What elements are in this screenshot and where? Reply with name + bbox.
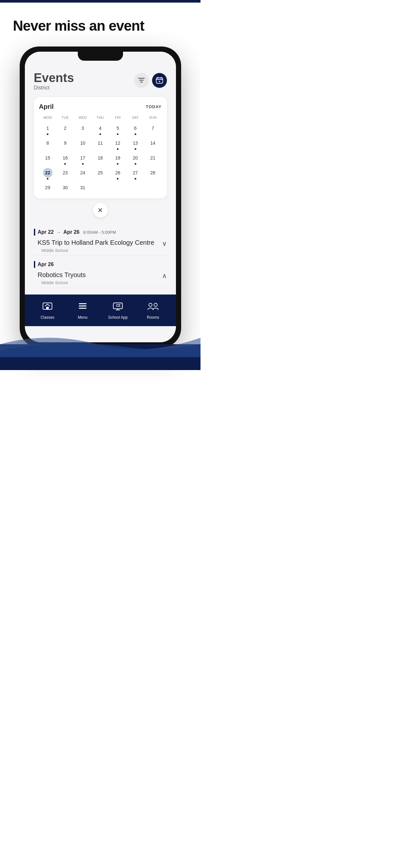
close-calendar-button[interactable]: ✕ [93,203,108,218]
calendar-cell-24[interactable]: 24 [74,166,91,182]
calendar-week-4: 22 23 24 25 26 27 28 [39,166,162,182]
rooms-icon [147,302,159,311]
event-1-info: KS5 Trip to Holland Park Ecology Centre … [38,238,158,253]
event-1-date-row: Apr 22 → Apr 26 8:00AM - 5:00PM [34,228,167,236]
phone-mockup-wrapper: Events District [0,46,201,347]
event-1-date-bar [34,228,35,236]
event-1-time: 8:00AM - 5:00PM [83,230,116,235]
calendar-week-2: 8 9 10 11 12 13 14 [39,137,162,152]
event-1-expand-button[interactable]: ∨ [162,238,167,247]
events-list: Apr 22 → Apr 26 8:00AM - 5:00PM KS5 Trip… [25,223,176,288]
calendar-cell-15[interactable]: 15 [39,152,57,166]
calendar-cell-empty-2 [109,182,127,194]
header-buttons [134,71,167,88]
calendar-cell-31[interactable]: 31 [74,182,91,194]
events-subtitle: District [34,85,74,91]
calendar-grid: MON TUE WED THU FRI SAT SUN 1 2 3 [39,114,162,194]
svg-rect-11 [79,306,87,306]
calendar-cell-25[interactable]: 25 [91,166,109,182]
calendar-cell-13[interactable]: 13 [127,137,144,152]
hero-title: Never miss an event [13,18,188,34]
event-2-date-start: Apr 26 [38,261,54,268]
calendar-cell-30[interactable]: 30 [57,182,74,194]
event-item-1: Apr 22 → Apr 26 8:00AM - 5:00PM KS5 Trip… [34,223,167,256]
calendar-cell-28[interactable]: 28 [144,166,161,182]
calendar-cell-empty-3 [127,182,144,194]
nav-item-menu[interactable]: Menu [65,299,100,320]
svg-rect-13 [113,303,122,309]
nav-item-school-app[interactable]: School App [100,299,135,320]
filter-button[interactable] [134,73,149,88]
calendar-cell-20[interactable]: 20 [127,152,144,166]
day-name-thu: THU [91,114,109,121]
svg-rect-12 [79,308,87,309]
wave-svg [0,331,201,357]
events-header: Events District [34,71,167,96]
close-button-wrap: ✕ [34,198,167,223]
calendar-cell-23[interactable]: 23 [57,166,74,182]
calendar-cell-14[interactable]: 14 [144,137,161,152]
svg-rect-2 [140,82,143,83]
calendar-cell-3[interactable]: 3 [74,122,91,137]
day-name-sun: SUN [144,114,161,121]
nav-icon-school-app [110,299,126,313]
filter-icon [138,78,145,83]
event-2-collapse-button[interactable]: ∧ [162,271,167,280]
calendar-cell-4[interactable]: 4 [91,122,109,137]
event-1-school: Middle School [38,248,158,253]
calendar-cell-12[interactable]: 12 [109,137,127,152]
calendar-cell-22[interactable]: 22 [39,166,57,182]
event-1-name: KS5 Trip to Holland Park Ecology Centre [38,238,158,247]
nav-icon-rooms [145,299,161,313]
nav-label-rooms: Rooms [147,315,159,320]
calendar-month-row: April TODAY [39,103,162,111]
calendar-cell-27[interactable]: 27 [127,166,144,182]
calendar-cell-1[interactable]: 1 [39,122,57,137]
event-1-date-start: Apr 22 [38,229,54,235]
calendar-cell-29[interactable]: 29 [39,182,57,194]
nav-label-menu: Menu [78,315,88,320]
calendar-card: April TODAY MON TUE WED THU FRI SAT SUN [34,97,167,198]
hero-section: Never miss an event [0,3,201,46]
calendar-cell-17[interactable]: 17 [74,152,91,166]
event-2-school: Middle School [38,280,90,285]
calendar-cell-11[interactable]: 11 [91,137,109,152]
nav-item-rooms[interactable]: Rooms [135,299,171,320]
calendar-week-1: 1 2 3 4 5 6 7 [39,122,162,137]
day-name-tue: TUE [57,114,74,121]
calendar-cell-19[interactable]: 19 [109,152,127,166]
event-2-name: Robotics Tryouts [38,271,90,279]
calendar-cell-7[interactable]: 7 [144,122,161,137]
calendar-cell-empty-4 [144,182,161,194]
wave-decoration [0,331,201,357]
event-2-title-row[interactable]: Robotics Tryouts Middle School ∧ [34,271,167,285]
phone-mockup: Events District [20,46,181,347]
calendar-cell-6[interactable]: 6 [127,122,144,137]
phone-screen: Events District [25,52,176,342]
calendar-icon [156,77,163,84]
calendar-cell-26[interactable]: 26 [109,166,127,182]
calendar-toggle-button[interactable] [152,73,167,88]
calendar-cell-21[interactable]: 21 [144,152,161,166]
calendar-cell-10[interactable]: 10 [74,137,91,152]
day-name-mon: MON [39,114,57,121]
calendar-cell-9[interactable]: 9 [57,137,74,152]
calendar-cell-2[interactable]: 2 [57,122,74,137]
calendar-week-5: 29 30 31 [39,182,162,194]
school-app-icon [113,302,123,311]
event-1-date-end: Apr 26 [63,229,80,235]
calendar-days-header: MON TUE WED THU FRI SAT SUN [39,114,162,121]
calendar-cell-5[interactable]: 5 [109,122,127,137]
event-1-title-row[interactable]: KS5 Trip to Holland Park Ecology Centre … [34,238,167,253]
calendar-cell-16[interactable]: 16 [57,152,74,166]
calendar-week-3: 15 16 17 18 19 20 21 [39,152,162,166]
calendar-cell-8[interactable]: 8 [39,137,57,152]
today-button[interactable]: TODAY [146,104,161,109]
calendar-month: April [39,103,54,111]
nav-item-classes[interactable]: Classes [30,299,65,320]
event-2-date-bar [34,261,35,268]
svg-point-18 [149,303,152,306]
events-title: Events [34,71,74,85]
calendar-cell-18[interactable]: 18 [91,152,109,166]
event-2-info: Robotics Tryouts Middle School [38,271,90,285]
